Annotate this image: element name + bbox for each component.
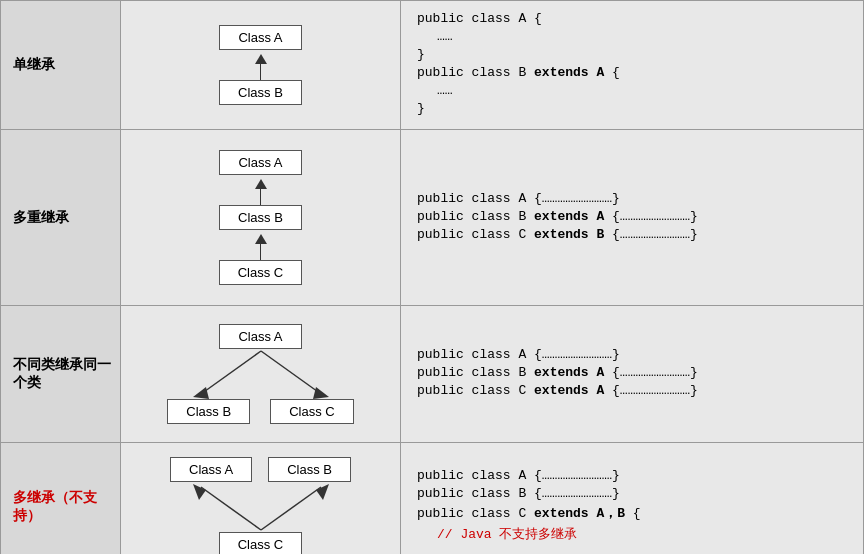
diagram-multi-inherit: Class A Class B Class C bbox=[121, 443, 401, 555]
svg-line-6 bbox=[261, 487, 321, 530]
class-box-A1: Class A bbox=[219, 25, 301, 50]
label-fan: 不同类继承同一个类 bbox=[1, 306, 121, 443]
top-row: Class A Class B bbox=[170, 457, 351, 482]
class-box-A4: Class A bbox=[170, 457, 252, 482]
svg-line-4 bbox=[201, 487, 261, 530]
class-box-B4: Class B bbox=[268, 457, 351, 482]
row-multi-level: 多重继承 Class A Class B Class C public clas… bbox=[1, 130, 864, 306]
class-box-B2: Class B bbox=[219, 205, 302, 230]
label-single: 单继承 bbox=[1, 1, 121, 130]
arrow-multi-1 bbox=[255, 175, 267, 205]
code-multi-inherit: public class A {………………………} public class … bbox=[401, 443, 864, 555]
diagram-fan: Class A Class B bbox=[121, 306, 401, 443]
code-single: public class A { …… } public class B ext… bbox=[401, 1, 864, 130]
class-box-C4: Class C bbox=[219, 532, 303, 554]
row-multi-inherit: 多继承（不支持） Class A Class B bbox=[1, 443, 864, 555]
class-box-C2: Class C bbox=[219, 260, 303, 285]
class-box-A3: Class A bbox=[219, 324, 301, 349]
arrow-multi-2 bbox=[255, 230, 267, 260]
class-box-B3: Class B bbox=[167, 399, 250, 424]
arrow-single bbox=[255, 50, 267, 80]
class-box-A2: Class A bbox=[219, 150, 301, 175]
class-box-C3: Class C bbox=[270, 399, 354, 424]
arrow-multi-inherit-container bbox=[161, 482, 361, 532]
diagram-multi: Class A Class B Class C bbox=[121, 130, 401, 306]
main-table: 单继承 Class A Class B public class A { …… … bbox=[0, 0, 864, 554]
fan-bottom-row: Class B Class C bbox=[167, 399, 353, 424]
svg-marker-5 bbox=[193, 484, 206, 500]
row-single-inheritance: 单继承 Class A Class B public class A { …… … bbox=[1, 1, 864, 130]
svg-line-2 bbox=[261, 351, 321, 394]
fan-arrows-svg bbox=[171, 349, 351, 399]
label-multi: 多重继承 bbox=[1, 130, 121, 306]
multi-inherit-arrows-svg bbox=[161, 482, 361, 532]
svg-marker-7 bbox=[316, 484, 329, 500]
class-box-B1: Class B bbox=[219, 80, 302, 105]
label-multi-inherit: 多继承（不支持） bbox=[1, 443, 121, 555]
svg-line-0 bbox=[201, 351, 261, 394]
svg-marker-1 bbox=[193, 387, 209, 399]
code-multi: public class A {………………………} public class … bbox=[401, 130, 864, 306]
code-fan: public class A {………………………} public class … bbox=[401, 306, 864, 443]
diagram-single: Class A Class B bbox=[121, 1, 401, 130]
row-fan-inherit: 不同类继承同一个类 Class A bbox=[1, 306, 864, 443]
svg-marker-3 bbox=[313, 387, 329, 399]
arrow-fan-container bbox=[171, 349, 351, 399]
